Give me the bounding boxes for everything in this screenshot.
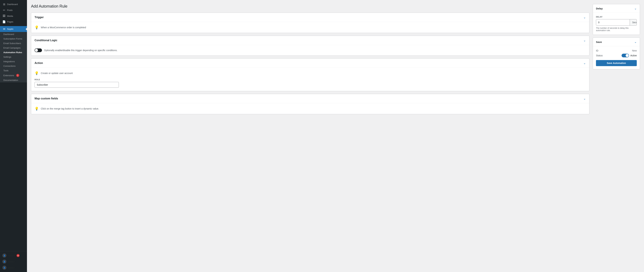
conditional-logic-title: Conditional Logic <box>34 39 57 42</box>
trigger-card: Trigger ⌄ 💡 When a WooCommerce order is … <box>31 13 590 33</box>
save-status-label: Status <box>596 54 603 57</box>
delay-card-header[interactable]: Delay ⌄ <box>593 4 640 13</box>
trigger-bulb-icon: 💡 <box>34 25 39 29</box>
save-id-row: ID New <box>596 49 637 52</box>
sidebar-label-noptin: Noptin <box>7 28 14 30</box>
trigger-description: When a WooCommerce order is completed <box>41 26 86 29</box>
main-content: Add Automation Rule Trigger ⌄ 💡 When a W… <box>27 0 644 272</box>
sidebar-item-subscription-forms[interactable]: Subscription Forms <box>0 36 27 41</box>
save-card-header[interactable]: Save ⌄ <box>593 38 640 46</box>
sidebar-item-extensions[interactable]: Extensions 1 <box>0 73 27 78</box>
role-select-wrapper: Subscriber Administrator Editor Author C… <box>34 82 586 88</box>
sidebar-item-connections[interactable]: Connections <box>0 64 27 68</box>
save-id-label: ID <box>596 49 598 52</box>
status-active-row: Active <box>622 54 637 57</box>
action-card-title: Action <box>34 62 43 65</box>
sidebar-user-2[interactable]: 👤 ············ <box>0 259 27 265</box>
map-custom-fields-body: 💡 Click on the merge tag button to inser… <box>31 103 589 114</box>
conditional-logic-header[interactable]: Conditional Logic ⌄ <box>31 36 589 45</box>
save-id-value: New <box>632 49 637 52</box>
delay-input-row: Seconds <box>596 19 637 25</box>
delay-label: DELAY <box>596 16 637 18</box>
sidebar-item-pages[interactable]: 📄 Pages <box>0 19 27 25</box>
avatar-3: 👤 <box>2 266 6 270</box>
sidebar-user-3[interactable]: 👤 ············ <box>0 265 27 271</box>
save-card-title: Save <box>596 40 602 43</box>
map-custom-fields-header[interactable]: Map custom fields ⌄ <box>31 94 589 103</box>
action-card-body: 💡 Create or update user account ROLE Sub… <box>31 68 589 91</box>
sidebar-item-email-subscribers[interactable]: Email Subscribers <box>0 41 27 46</box>
sidebar-item-noptin[interactable]: ✉ Noptin <box>0 26 27 32</box>
sidebar-item-documentation[interactable]: Documentation <box>0 78 27 82</box>
action-bulb-icon: 💡 <box>34 71 39 75</box>
delay-card: Delay ⌄ DELAY Seconds The number of seco… <box>593 4 640 35</box>
conditional-logic-card: Conditional Logic ⌄ Optionally enable/di… <box>31 36 590 56</box>
user-label-1: ············ <box>8 254 14 257</box>
sidebar-label-settings: Settings <box>3 56 11 58</box>
action-chevron-icon: ⌄ <box>583 61 586 65</box>
user-label-2: ············ <box>8 260 14 263</box>
status-active-text: Active <box>630 54 637 57</box>
sidebar-label-extensions: Extensions <box>3 74 14 77</box>
role-label: ROLE <box>34 79 586 81</box>
user-label-3: ············ <box>8 267 14 269</box>
media-icon: 🖼 <box>2 14 6 17</box>
trigger-card-title: Trigger <box>34 16 44 19</box>
toggle-thumb <box>35 49 38 52</box>
dashboard-icon: ⊞ <box>2 3 6 6</box>
status-toggle-thumb <box>626 54 629 57</box>
conditional-logic-row: Optionally enable/disable this trigger d… <box>34 48 586 52</box>
avatar-2: 👤 <box>2 260 6 264</box>
sidebar-label-integrations: Integrations <box>3 60 15 63</box>
sidebar-item-tools[interactable]: Tools <box>0 68 27 73</box>
right-sidebar: Delay ⌄ DELAY Seconds The number of seco… <box>593 4 640 69</box>
status-toggle[interactable] <box>622 54 629 57</box>
sidebar-item-media[interactable]: 🖼 Media <box>0 13 27 19</box>
conditional-logic-body: Optionally enable/disable this trigger d… <box>31 45 589 55</box>
map-custom-fields-chevron-icon: ⌄ <box>583 97 586 100</box>
map-custom-fields-row: 💡 Click on the merge tag button to inser… <box>34 107 586 111</box>
map-bulb-icon: 💡 <box>34 107 39 111</box>
pages-icon: 📄 <box>2 20 6 23</box>
noptin-icon: ✉ <box>2 27 6 31</box>
sidebar-label-tools: Tools <box>3 69 8 72</box>
delay-hint: The number of seconds to delay this auto… <box>596 27 637 32</box>
sidebar-label-dashboard-sub: Dashboard <box>3 33 14 35</box>
sidebar-label-email-campaigns: Email Campaigns <box>3 47 20 49</box>
action-card-header[interactable]: Action ⌄ <box>31 59 589 68</box>
noptin-arrow <box>26 28 27 30</box>
sidebar-label-media: Media <box>7 15 13 17</box>
sidebar-item-dashboard-sub[interactable]: Dashboard <box>0 32 27 36</box>
sidebar-item-dashboard-top[interactable]: ⊞ Dashboard <box>0 1 27 7</box>
sidebar-label-pages: Pages <box>7 20 13 23</box>
center-column: Add Automation Rule Trigger ⌄ 💡 When a W… <box>31 4 590 114</box>
sidebar-label-automation-rules: Automation Rules <box>3 51 22 54</box>
save-card: Save ⌄ ID New Status Active <box>593 37 640 69</box>
avatar-1: 👤 <box>2 254 6 258</box>
sidebar-label-dashboard-top: Dashboard <box>7 3 18 5</box>
sidebar-item-email-campaigns[interactable]: Email Campaigns <box>0 46 27 50</box>
delay-chevron-icon: ⌄ <box>634 6 637 10</box>
sidebar-user-1[interactable]: 👤 ············ ● <box>0 253 27 259</box>
save-status-row: Status Active <box>596 54 637 57</box>
sidebar-item-automation-rules[interactable]: Automation Rules <box>0 50 27 55</box>
sidebar-label-posts: Posts <box>7 9 13 11</box>
page-title: Add Automation Rule <box>31 4 590 8</box>
conditional-logic-toggle[interactable] <box>34 48 42 52</box>
role-select[interactable]: Subscriber Administrator Editor Author C… <box>34 82 119 88</box>
trigger-card-body: 💡 When a WooCommerce order is completed <box>31 22 589 33</box>
sidebar-item-posts[interactable]: ✏ Posts <box>0 7 27 13</box>
delay-number-input[interactable] <box>596 19 630 25</box>
sidebar-item-settings[interactable]: Settings <box>0 55 27 59</box>
trigger-card-header[interactable]: Trigger ⌄ <box>31 13 589 22</box>
sidebar: ⊞ Dashboard ✏ Posts 🖼 Media 📄 Pages ✉ No… <box>0 0 27 272</box>
save-card-body: ID New Status Active Save Automation <box>593 46 640 69</box>
map-custom-fields-title: Map custom fields <box>34 97 58 100</box>
sidebar-label-documentation: Documentation <box>3 79 18 81</box>
delay-card-body: DELAY Seconds The number of seconds to d… <box>593 13 640 35</box>
delay-card-title: Delay <box>596 7 603 10</box>
sidebar-label-connections: Connections <box>3 65 16 67</box>
sidebar-item-integrations[interactable]: Integrations <box>0 59 27 64</box>
trigger-row: 💡 When a WooCommerce order is completed <box>34 25 586 29</box>
save-automation-button[interactable]: Save Automation <box>596 60 637 66</box>
